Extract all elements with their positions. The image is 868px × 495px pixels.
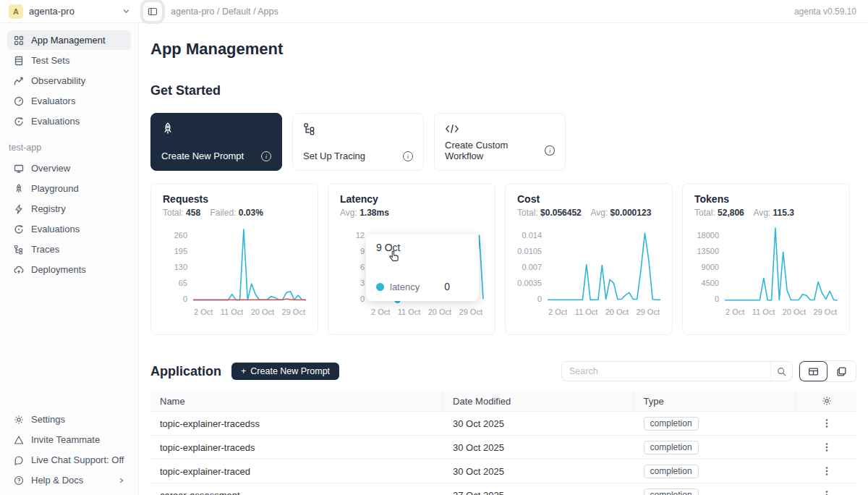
sidebar-item-registry[interactable]: Registry [7,199,131,219]
get-started-cards: Create New Prompt i Set Up Tracing i Cre… [150,113,856,171]
row-menu-button[interactable] [821,417,833,430]
tree-icon [13,244,24,255]
observability-icon [13,75,24,86]
bolt-icon [13,203,24,214]
app-date-modified: 30 Oct 2025 [443,418,634,429]
sidebar-item-label: Settings [31,414,65,425]
test-sets-icon [13,55,24,66]
sidebar-item-evaluations[interactable]: Evaluations [7,111,131,131]
table-row[interactable]: topic-explainer-traceds 30 Oct 2025 comp… [150,436,856,460]
create-new-prompt-button[interactable]: + Create New Prompt [231,363,339,380]
sidebar-item-label: Overview [31,163,70,174]
info-icon[interactable]: i [403,151,413,161]
sidebar-item-app-evaluations[interactable]: Evaluations [7,219,131,239]
type-badge: completion [644,441,699,454]
tree-icon [303,122,316,135]
requests-line-chart[interactable] [193,228,306,300]
sidebar-collapse-button[interactable] [143,2,162,21]
card-label: Set Up Tracing [303,151,365,161]
sidebar: App Management Test Sets Observability E… [0,23,139,495]
org-switcher[interactable]: A agenta-pro [0,4,139,19]
sidebar-item-help-docs[interactable]: Help & Docs [7,470,131,490]
app-section-label: test-app [9,143,131,153]
latency-chart-card: Latency Avg: 1.38ms 129630 2 Oct11 [328,183,495,335]
sidebar-item-observability[interactable]: Observability [7,71,131,90]
sidebar-item-live-chat-support[interactable]: Live Chat Support: Off [7,450,131,470]
sidebar-item-label: Live Chat Support: Off [31,454,124,465]
column-header-date-modified[interactable]: Date Modified [443,391,634,411]
sidebar-item-overview[interactable]: Overview [7,158,131,178]
gear-icon [822,396,832,406]
sidebar-item-test-sets[interactable]: Test Sets [7,51,131,70]
search-icon[interactable] [770,362,792,381]
info-icon[interactable]: i [545,145,555,156]
chevron-right-icon [118,477,125,484]
chart-stats: Avg: 1.38ms [340,208,483,218]
cost-chart-card: Cost Total: $0.056452 Avg: $0.000123 0.0… [505,183,673,335]
tokens-line-chart[interactable] [725,228,838,300]
table-row[interactable]: topic-explainer-traced 30 Oct 2025 compl… [150,460,856,483]
sidebar-item-traces[interactable]: Traces [7,240,131,259]
cloud-icon [13,264,24,275]
column-header-type[interactable]: Type [634,391,796,411]
card-view-button[interactable] [827,361,856,381]
app-name: career-assessment [150,490,443,495]
create-custom-workflow-card[interactable]: Create Custom Workflow i [434,113,566,171]
chart-stats: Total: 52,806 Avg: 115.3 [694,208,838,218]
chart-title: Latency [340,193,483,205]
tokens-chart-card: Tokens Total: 52,806 Avg: 115.3 18000135… [682,183,850,335]
table-row[interactable]: career-assessment 27 Oct 2025 completion [150,483,856,495]
code-icon [445,122,458,135]
sidebar-item-label: Observability [31,75,85,86]
app-date-modified: 30 Oct 2025 [443,466,634,477]
sidebar-item-deployments[interactable]: Deployments [7,260,131,279]
info-icon[interactable]: i [261,151,271,161]
sidebar-item-label: Test Sets [31,55,69,66]
search-input[interactable] [562,366,770,376]
row-menu-button[interactable] [821,465,833,478]
sidebar-item-app-management[interactable]: App Management [7,30,131,50]
sidebar-item-playground[interactable]: Playground [7,179,131,198]
breadcrumb[interactable]: agenta-pro / Default / Apps [171,7,278,17]
y-axis-ticks: 0.0140.01050.0070.00350 [517,228,548,316]
chart-title: Requests [163,193,306,205]
monitor-icon [13,163,24,174]
set-up-tracing-card[interactable]: Set Up Tracing i [292,113,424,171]
chart-stats: Total: $0.056452 Avg: $0.000123 [517,208,660,218]
app-version: agenta v0.59.10 [794,7,856,17]
app-name: topic-explainer-tracedss [150,418,443,429]
chart-title: Tokens [694,193,838,205]
refresh-icon [13,224,24,234]
create-new-prompt-card[interactable]: Create New Prompt i [150,113,282,171]
column-header-name[interactable]: Name [150,391,443,411]
app-date-modified: 30 Oct 2025 [443,442,634,453]
table-settings-button[interactable] [822,396,832,406]
sidebar-item-label: Playground [31,183,79,194]
search-box [561,361,793,381]
org-name: agenta-pro [29,6,75,17]
sidebar-item-label: Traces [31,244,59,255]
card-view-icon [836,366,847,377]
app-date-modified: 27 Oct 2025 [443,490,634,495]
row-menu-button[interactable] [821,441,833,454]
card-label: Create New Prompt [161,151,244,161]
sidebar-item-label: Evaluators [31,96,75,106]
top-bar: A agenta-pro agenta-pro / Default / Apps… [0,0,868,23]
app-name: topic-explainer-traced [150,466,443,477]
table-view-button[interactable] [799,361,827,381]
row-menu-button[interactable] [821,488,833,495]
view-toggle [799,360,856,382]
gear-icon [13,414,24,425]
table-row[interactable]: topic-explainer-tracedss 30 Oct 2025 com… [150,412,856,436]
app-name: topic-explainer-traceds [150,442,443,453]
card-label: Create Custom Workflow [445,140,545,161]
chevron-down-icon [122,7,130,15]
cost-line-chart[interactable] [548,228,660,300]
help-icon [13,475,24,486]
sidebar-item-evaluators[interactable]: Evaluators [7,91,131,111]
sidebar-item-invite-teammate[interactable]: Invite Teammate [7,430,131,449]
sidebar-item-settings[interactable]: Settings [7,410,131,429]
y-axis-ticks: 260195130650 [163,228,193,316]
grid-icon [13,35,24,46]
type-badge: completion [644,488,699,495]
